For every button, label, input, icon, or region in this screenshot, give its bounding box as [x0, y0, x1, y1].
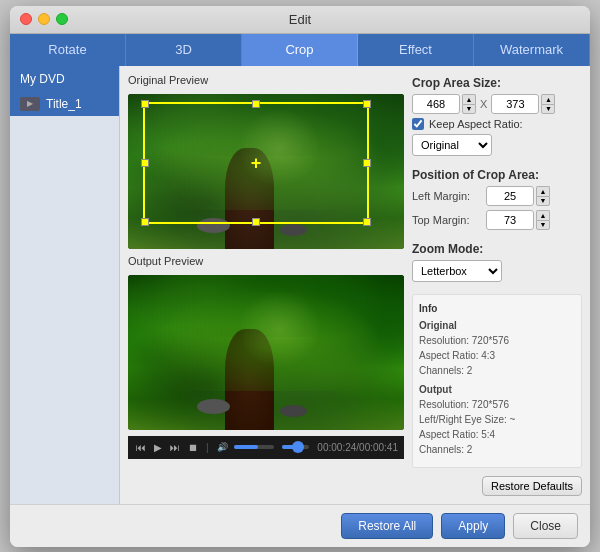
progress-bar[interactable] [282, 445, 310, 449]
left-margin-label: Left Margin: [412, 190, 482, 202]
title-bar: Edit [10, 6, 590, 34]
left-margin-input[interactable] [486, 186, 534, 206]
left-margin-group: ▲ ▼ [486, 186, 550, 206]
bottom-bar: Restore All Apply Close [10, 504, 590, 547]
crop-area-section: Crop Area Size: ▲ ▼ X [412, 76, 582, 160]
zoom-mode-dropdown-row: Letterbox Pan & Scan Full [412, 260, 582, 282]
left-margin-spinner: ▲ ▼ [536, 186, 550, 206]
tab-watermark[interactable]: Watermark [474, 34, 590, 66]
crop-size-row: ▲ ▼ X ▲ ▼ [412, 94, 582, 114]
crop-width-spinner: ▲ ▼ [462, 94, 476, 114]
output-preview-label: Output Preview [128, 255, 404, 267]
crop-handle-bm[interactable] [252, 218, 260, 226]
body-row: My DVD ▶ Title_1 Original Preview [10, 66, 590, 504]
info-original-title: Original [419, 318, 575, 333]
play-button[interactable]: ▶ [152, 440, 164, 455]
crop-handle-tm[interactable] [252, 100, 260, 108]
close-window-button[interactable] [20, 13, 32, 25]
info-original-aspect: Aspect Ratio: 4:3 [419, 348, 575, 363]
right-panel: Crop Area Size: ▲ ▼ X [412, 74, 582, 496]
left-margin-row: Left Margin: ▲ ▼ [412, 186, 582, 206]
tab-effect[interactable]: Effect [358, 34, 474, 66]
crop-area-title: Crop Area Size: [412, 76, 582, 90]
main-window: Edit Rotate 3D Crop Effect Watermark My … [10, 6, 590, 547]
info-output-section: Output Resolution: 720*576 Left/Right Ey… [419, 382, 575, 457]
crop-box[interactable]: + [143, 102, 369, 224]
crop-handle-br[interactable] [363, 218, 371, 226]
zoom-mode-title: Zoom Mode: [412, 242, 582, 256]
volume-fill [234, 445, 258, 449]
crop-height-down-button[interactable]: ▼ [541, 104, 555, 114]
info-output-resolution: Resolution: 720*576 [419, 397, 575, 412]
output-preview [128, 275, 404, 430]
stop-button[interactable]: ⏹ [186, 440, 200, 455]
restore-all-button[interactable]: Restore All [341, 513, 433, 539]
sidebar-item-title1[interactable]: ▶ Title_1 [10, 92, 119, 116]
left-margin-down-button[interactable]: ▼ [536, 196, 550, 206]
crop-width-down-button[interactable]: ▼ [462, 104, 476, 114]
info-title: Info [419, 301, 575, 316]
crop-width-group: ▲ ▼ [412, 94, 476, 114]
crop-height-group: ▲ ▼ [491, 94, 555, 114]
close-button[interactable]: Close [513, 513, 578, 539]
original-preview: + [128, 94, 404, 249]
left-panel: Original Preview [128, 74, 404, 496]
info-output-eye: Left/Right Eye Size: ~ [419, 412, 575, 427]
crop-handle-bl[interactable] [141, 218, 149, 226]
crop-width-up-button[interactable]: ▲ [462, 94, 476, 104]
sidebar-header: My DVD [10, 66, 119, 92]
keep-aspect-row: Keep Aspect Ratio: [412, 118, 582, 130]
x-separator: X [480, 98, 487, 110]
apply-button[interactable]: Apply [441, 513, 505, 539]
keep-aspect-label: Keep Aspect Ratio: [429, 118, 523, 130]
crop-height-spinner: ▲ ▼ [541, 94, 555, 114]
volume-slider[interactable] [234, 445, 274, 449]
crop-height-up-button[interactable]: ▲ [541, 94, 555, 104]
info-output-aspect: Aspect Ratio: 5:4 [419, 427, 575, 442]
crop-handle-mr[interactable] [363, 159, 371, 167]
traffic-lights [20, 13, 68, 25]
info-original-section: Original Resolution: 720*576 Aspect Rati… [419, 318, 575, 378]
tab-crop[interactable]: Crop [242, 34, 358, 66]
tab-3d[interactable]: 3D [126, 34, 242, 66]
tab-rotate[interactable]: Rotate [10, 34, 126, 66]
next-frame-button[interactable]: ⏭ [168, 440, 182, 455]
zoom-mode-section: Zoom Mode: Letterbox Pan & Scan Full [412, 242, 582, 286]
top-margin-group: ▲ ▼ [486, 210, 550, 230]
info-output-channels: Channels: 2 [419, 442, 575, 457]
time-display: 00:00:24/00:00:41 [317, 442, 398, 453]
aspect-select[interactable]: Original 4:3 16:9 1:1 [412, 134, 492, 156]
crop-handle-tr[interactable] [363, 100, 371, 108]
crop-crosshair-icon: + [251, 152, 262, 173]
aspect-dropdown-row: Original 4:3 16:9 1:1 [412, 134, 582, 156]
info-original-channels: Channels: 2 [419, 363, 575, 378]
top-margin-spinner: ▲ ▼ [536, 210, 550, 230]
crop-handle-ml[interactable] [141, 159, 149, 167]
maximize-window-button[interactable] [56, 13, 68, 25]
video-thumbnail-icon: ▶ [20, 97, 40, 111]
position-section: Position of Crop Area: Left Margin: ▲ ▼ [412, 168, 582, 234]
sidebar: My DVD ▶ Title_1 [10, 66, 120, 504]
restore-defaults-button[interactable]: Restore Defaults [482, 476, 582, 496]
crop-handle-tl[interactable] [141, 100, 149, 108]
top-margin-down-button[interactable]: ▼ [536, 220, 550, 230]
skip-back-button[interactable]: ⏮ [134, 440, 148, 455]
keep-aspect-checkbox[interactable] [412, 118, 424, 130]
original-preview-label: Original Preview [128, 74, 404, 86]
separator-icon: | [204, 440, 211, 455]
crop-width-input[interactable] [412, 94, 460, 114]
progress-thumb[interactable] [292, 441, 304, 453]
top-margin-up-button[interactable]: ▲ [536, 210, 550, 220]
top-margin-input[interactable] [486, 210, 534, 230]
zoom-mode-select[interactable]: Letterbox Pan & Scan Full [412, 260, 502, 282]
output-preview-image [128, 275, 404, 430]
top-margin-row: Top Margin: ▲ ▼ [412, 210, 582, 230]
info-original-resolution: Resolution: 720*576 [419, 333, 575, 348]
crop-height-input[interactable] [491, 94, 539, 114]
main-content: Original Preview [120, 66, 590, 504]
volume-icon: 🔊 [215, 440, 230, 454]
minimize-window-button[interactable] [38, 13, 50, 25]
output-forest-background [128, 275, 404, 430]
left-margin-up-button[interactable]: ▲ [536, 186, 550, 196]
info-box: Info Original Resolution: 720*576 Aspect… [412, 294, 582, 468]
